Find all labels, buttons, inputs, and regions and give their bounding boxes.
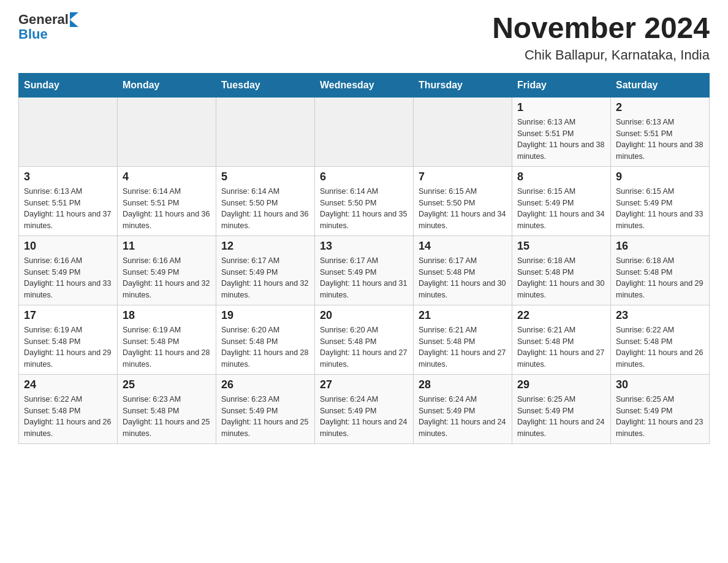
day-number: 1 <box>517 101 605 114</box>
day-number: 25 <box>123 378 211 391</box>
day-number: 24 <box>24 378 112 391</box>
header-cell-thursday: Thursday <box>414 73 512 97</box>
day-info: Sunrise: 6:19 AMSunset: 5:48 PMDaylight:… <box>123 324 211 370</box>
day-cell <box>315 97 414 166</box>
day-cell: 9Sunrise: 6:15 AMSunset: 5:49 PMDaylight… <box>611 166 710 236</box>
week-row-5: 24Sunrise: 6:22 AMSunset: 5:48 PMDayligh… <box>19 374 710 443</box>
day-info: Sunrise: 6:20 AMSunset: 5:48 PMDaylight:… <box>320 324 408 370</box>
day-number: 10 <box>24 240 112 253</box>
day-cell: 2Sunrise: 6:13 AMSunset: 5:51 PMDaylight… <box>611 97 710 166</box>
day-number: 12 <box>221 240 309 253</box>
day-info: Sunrise: 6:23 AMSunset: 5:49 PMDaylight:… <box>221 394 309 440</box>
day-cell: 19Sunrise: 6:20 AMSunset: 5:48 PMDayligh… <box>216 305 315 374</box>
header-cell-tuesday: Tuesday <box>216 73 315 97</box>
day-cell: 18Sunrise: 6:19 AMSunset: 5:48 PMDayligh… <box>118 305 216 374</box>
day-info: Sunrise: 6:15 AMSunset: 5:49 PMDaylight:… <box>616 186 704 232</box>
day-info: Sunrise: 6:17 AMSunset: 5:49 PMDaylight:… <box>221 255 309 301</box>
day-number: 11 <box>123 240 211 253</box>
day-number: 9 <box>616 170 704 183</box>
day-cell: 3Sunrise: 6:13 AMSunset: 5:51 PMDaylight… <box>19 166 118 236</box>
day-cell: 28Sunrise: 6:24 AMSunset: 5:49 PMDayligh… <box>414 374 512 443</box>
day-number: 7 <box>419 170 507 183</box>
day-info: Sunrise: 6:16 AMSunset: 5:49 PMDaylight:… <box>123 255 211 301</box>
calendar-table: SundayMondayTuesdayWednesdayThursdayFrid… <box>18 73 710 444</box>
page-title: November 2024 <box>492 12 710 45</box>
day-number: 13 <box>320 240 408 253</box>
day-cell: 29Sunrise: 6:25 AMSunset: 5:49 PMDayligh… <box>512 374 611 443</box>
day-number: 3 <box>24 170 112 183</box>
day-cell: 13Sunrise: 6:17 AMSunset: 5:49 PMDayligh… <box>315 236 414 305</box>
day-number: 21 <box>419 309 507 322</box>
day-info: Sunrise: 6:14 AMSunset: 5:50 PMDaylight:… <box>221 186 309 232</box>
day-number: 19 <box>221 309 309 322</box>
day-info: Sunrise: 6:15 AMSunset: 5:49 PMDaylight:… <box>517 186 605 232</box>
header-cell-monday: Monday <box>118 73 216 97</box>
day-number: 15 <box>517 240 605 253</box>
day-cell: 10Sunrise: 6:16 AMSunset: 5:49 PMDayligh… <box>19 236 118 305</box>
week-row-2: 3Sunrise: 6:13 AMSunset: 5:51 PMDaylight… <box>19 166 710 236</box>
day-number: 27 <box>320 378 408 391</box>
week-row-3: 10Sunrise: 6:16 AMSunset: 5:49 PMDayligh… <box>19 236 710 305</box>
day-cell: 24Sunrise: 6:22 AMSunset: 5:48 PMDayligh… <box>19 374 118 443</box>
day-cell <box>216 97 315 166</box>
day-number: 8 <box>517 170 605 183</box>
day-cell <box>19 97 118 166</box>
day-info: Sunrise: 6:24 AMSunset: 5:49 PMDaylight:… <box>320 394 408 440</box>
day-info: Sunrise: 6:17 AMSunset: 5:48 PMDaylight:… <box>419 255 507 301</box>
day-number: 20 <box>320 309 408 322</box>
day-info: Sunrise: 6:17 AMSunset: 5:49 PMDaylight:… <box>320 255 408 301</box>
day-info: Sunrise: 6:21 AMSunset: 5:48 PMDaylight:… <box>419 324 507 370</box>
header-cell-sunday: Sunday <box>19 73 118 97</box>
day-cell: 30Sunrise: 6:25 AMSunset: 5:49 PMDayligh… <box>611 374 710 443</box>
week-row-1: 1Sunrise: 6:13 AMSunset: 5:51 PMDaylight… <box>19 97 710 166</box>
day-cell: 26Sunrise: 6:23 AMSunset: 5:49 PMDayligh… <box>216 374 315 443</box>
day-number: 2 <box>616 101 704 114</box>
day-number: 16 <box>616 240 704 253</box>
day-info: Sunrise: 6:20 AMSunset: 5:48 PMDaylight:… <box>221 324 309 370</box>
day-cell: 4Sunrise: 6:14 AMSunset: 5:51 PMDaylight… <box>118 166 216 236</box>
day-cell: 16Sunrise: 6:18 AMSunset: 5:48 PMDayligh… <box>611 236 710 305</box>
day-info: Sunrise: 6:13 AMSunset: 5:51 PMDaylight:… <box>517 117 605 163</box>
header-cell-saturday: Saturday <box>611 73 710 97</box>
day-info: Sunrise: 6:25 AMSunset: 5:49 PMDaylight:… <box>517 394 605 440</box>
day-info: Sunrise: 6:13 AMSunset: 5:51 PMDaylight:… <box>616 117 704 163</box>
header-cell-wednesday: Wednesday <box>315 73 414 97</box>
day-cell: 20Sunrise: 6:20 AMSunset: 5:48 PMDayligh… <box>315 305 414 374</box>
logo: General Blue <box>18 12 78 42</box>
day-cell: 7Sunrise: 6:15 AMSunset: 5:50 PMDaylight… <box>414 166 512 236</box>
day-number: 6 <box>320 170 408 183</box>
day-number: 30 <box>616 378 704 391</box>
day-number: 18 <box>123 309 211 322</box>
day-cell: 15Sunrise: 6:18 AMSunset: 5:48 PMDayligh… <box>512 236 611 305</box>
day-number: 17 <box>24 309 112 322</box>
day-info: Sunrise: 6:23 AMSunset: 5:48 PMDaylight:… <box>123 394 211 440</box>
day-cell: 21Sunrise: 6:21 AMSunset: 5:48 PMDayligh… <box>414 305 512 374</box>
week-row-4: 17Sunrise: 6:19 AMSunset: 5:48 PMDayligh… <box>19 305 710 374</box>
title-block: November 2024 Chik Ballapur, Karnataka, … <box>492 12 710 63</box>
day-info: Sunrise: 6:21 AMSunset: 5:48 PMDaylight:… <box>517 324 605 370</box>
day-cell: 22Sunrise: 6:21 AMSunset: 5:48 PMDayligh… <box>512 305 611 374</box>
day-cell <box>118 97 216 166</box>
day-info: Sunrise: 6:14 AMSunset: 5:51 PMDaylight:… <box>123 186 211 232</box>
day-cell: 6Sunrise: 6:14 AMSunset: 5:50 PMDaylight… <box>315 166 414 236</box>
day-number: 22 <box>517 309 605 322</box>
day-info: Sunrise: 6:22 AMSunset: 5:48 PMDaylight:… <box>616 324 704 370</box>
day-info: Sunrise: 6:13 AMSunset: 5:51 PMDaylight:… <box>24 186 112 232</box>
day-cell: 11Sunrise: 6:16 AMSunset: 5:49 PMDayligh… <box>118 236 216 305</box>
day-info: Sunrise: 6:16 AMSunset: 5:49 PMDaylight:… <box>24 255 112 301</box>
day-info: Sunrise: 6:24 AMSunset: 5:49 PMDaylight:… <box>419 394 507 440</box>
day-cell: 14Sunrise: 6:17 AMSunset: 5:48 PMDayligh… <box>414 236 512 305</box>
day-info: Sunrise: 6:15 AMSunset: 5:50 PMDaylight:… <box>419 186 507 232</box>
logo-blue-text: Blue <box>18 27 48 42</box>
day-info: Sunrise: 6:25 AMSunset: 5:49 PMDaylight:… <box>616 394 704 440</box>
day-number: 14 <box>419 240 507 253</box>
header-cell-friday: Friday <box>512 73 611 97</box>
calendar-header: SundayMondayTuesdayWednesdayThursdayFrid… <box>19 73 710 97</box>
day-cell: 5Sunrise: 6:14 AMSunset: 5:50 PMDaylight… <box>216 166 315 236</box>
day-info: Sunrise: 6:18 AMSunset: 5:48 PMDaylight:… <box>517 255 605 301</box>
page-header: General Blue November 2024 Chik Ballapur… <box>18 12 710 63</box>
day-cell: 23Sunrise: 6:22 AMSunset: 5:48 PMDayligh… <box>611 305 710 374</box>
day-cell: 25Sunrise: 6:23 AMSunset: 5:48 PMDayligh… <box>118 374 216 443</box>
day-info: Sunrise: 6:14 AMSunset: 5:50 PMDaylight:… <box>320 186 408 232</box>
day-cell: 17Sunrise: 6:19 AMSunset: 5:48 PMDayligh… <box>19 305 118 374</box>
